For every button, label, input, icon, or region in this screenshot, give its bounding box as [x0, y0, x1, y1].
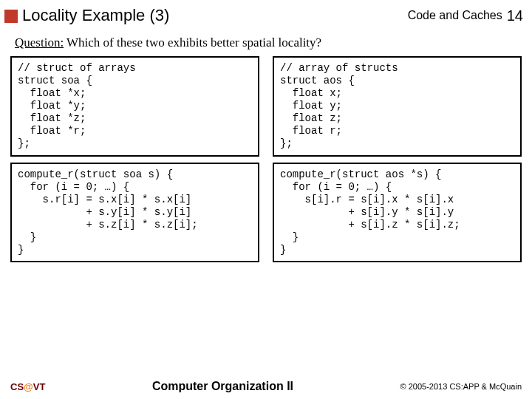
- page-number: 14: [507, 7, 523, 24]
- slide-footer: CS@VT Computer Organization II © 2005-20…: [0, 380, 532, 393]
- footer-left: CS@VT: [10, 381, 45, 392]
- question-label: Question:: [15, 35, 64, 50]
- slide-header: Locality Example (3) Code and Caches 14: [0, 0, 532, 28]
- question-text: Question: Which of these two exhibits be…: [0, 28, 532, 56]
- footer-center: Computer Organization II: [45, 380, 400, 393]
- footer-vt: VT: [33, 381, 46, 392]
- code-box-soa-struct: // struct of arrays struct soa { float *…: [10, 56, 259, 157]
- code-box-aos-struct: // array of structs struct aos { float x…: [273, 56, 522, 157]
- at-icon: @: [24, 381, 33, 392]
- bullet-icon: [4, 10, 18, 23]
- code-row-bottom: compute_r(struct soa s) { for (i = 0; …)…: [0, 163, 532, 263]
- slide-title: Locality Example (3): [22, 6, 408, 25]
- section-label: Code and Caches: [408, 9, 502, 22]
- code-box-soa-compute: compute_r(struct soa s) { for (i = 0; …)…: [10, 163, 259, 263]
- footer-cs: CS: [10, 381, 24, 392]
- question-body: Which of these two exhibits better spati…: [64, 35, 321, 50]
- code-row-top: // struct of arrays struct soa { float *…: [0, 56, 532, 157]
- footer-right: © 2005-2013 CS:APP & McQuain: [400, 382, 522, 391]
- code-box-aos-compute: compute_r(struct aos *s) { for (i = 0; ……: [273, 163, 522, 263]
